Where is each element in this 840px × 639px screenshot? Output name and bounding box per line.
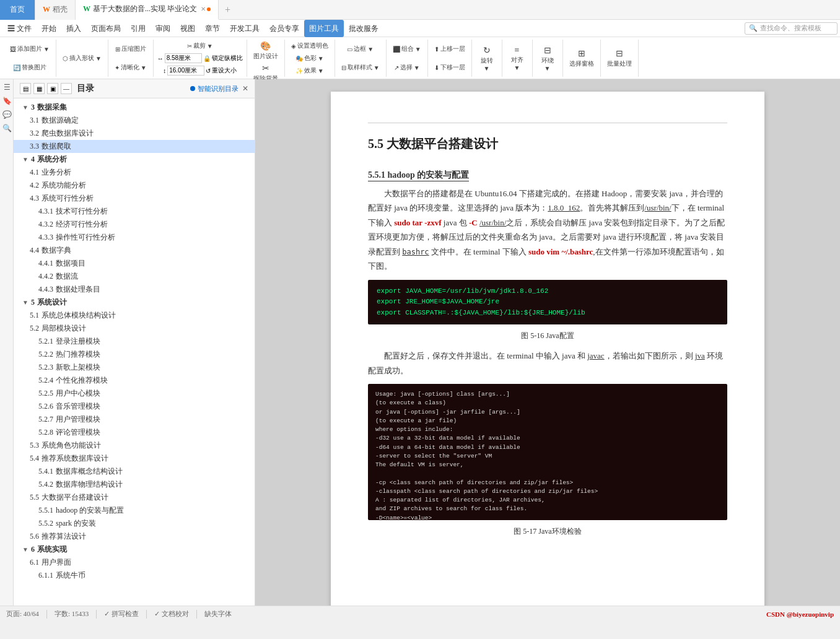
- menu-vip[interactable]: 会员专享: [265, 20, 304, 37]
- menu-home[interactable]: 开始: [37, 20, 61, 37]
- move-up-button[interactable]: ⬆ 上移一层: [432, 44, 468, 54]
- toc-item[interactable]: 5.6 推荐算法设计: [14, 530, 255, 543]
- wrap-button[interactable]: ⊟ 环绕 ▼: [536, 44, 559, 73]
- move-down-button[interactable]: ⬇ 下移一层: [432, 63, 468, 72]
- toc-item[interactable]: 5.5.2 spark 的安装: [14, 517, 255, 530]
- toc-item[interactable]: 4.3.2 经济可行性分析: [14, 218, 255, 231]
- set-transparent-button[interactable]: ◈ 设置透明色: [289, 41, 331, 51]
- image-design-button[interactable]: 🎨 图片设计: [251, 40, 281, 62]
- menu-dev[interactable]: 开发工具: [225, 20, 265, 37]
- replace-image-button[interactable]: 🔄 替换图片: [11, 63, 49, 72]
- tab-doc[interactable]: W 基于大数据的音...实现 毕业论文 ✕: [76, 0, 219, 20]
- toc-item[interactable]: 5.2.5 用户中心模块: [14, 387, 255, 400]
- toc-item[interactable]: ▼4 系统分析: [14, 153, 255, 166]
- toc-item[interactable]: 5.2.7 用户管理模块: [14, 413, 255, 426]
- nav-search-icon[interactable]: 🔍: [1, 123, 12, 134]
- toc-item[interactable]: 5.2 局部模块设计: [14, 322, 255, 335]
- toc-item[interactable]: 5.2.4 个性化推荐模块: [14, 374, 255, 387]
- toc-item[interactable]: 5.4 推荐系统数据库设计: [14, 452, 255, 465]
- toc-item[interactable]: 5.2.6 音乐管理模块: [14, 400, 255, 413]
- toc-item[interactable]: 3.3 数据爬取: [14, 140, 255, 153]
- nav-comment-icon[interactable]: 💬: [1, 109, 12, 120]
- align-button[interactable]: ≡ 对齐 ▼: [506, 44, 528, 72]
- tab-wps[interactable]: W 稻壳: [35, 0, 76, 20]
- menu-img-tool[interactable]: 图片工具: [304, 20, 344, 37]
- select-button[interactable]: ↗ 选择 ▼: [392, 63, 422, 72]
- missing-font[interactable]: 缺失字体: [204, 609, 232, 619]
- menu-correction[interactable]: 批改服务: [344, 20, 383, 37]
- toc-item[interactable]: 4.4.2 数据流: [14, 270, 255, 283]
- toc-label: 数据爬取: [42, 141, 71, 152]
- rotate-button[interactable]: ↻ 旋转 ▼: [476, 44, 498, 73]
- crop-icon: ✂: [187, 43, 192, 50]
- menu-ref[interactable]: 引用: [126, 20, 151, 37]
- sharpen-button[interactable]: ✦ 清晰化 ▼: [112, 63, 149, 72]
- toc-item[interactable]: ▼6 系统实现: [14, 543, 255, 556]
- toc-item[interactable]: 5.2.2 热门推荐模块: [14, 348, 255, 361]
- toc-item[interactable]: 5.2.8 评论管理模块: [14, 426, 255, 439]
- toc-item[interactable]: 4.3.1 技术可行性分析: [14, 205, 255, 218]
- toc-item[interactable]: 5.2.3 新歌上架模块: [14, 361, 255, 374]
- height-input[interactable]: [167, 66, 204, 76]
- toc-item[interactable]: 5.4.1 数据库概念结构设计: [14, 465, 255, 478]
- toc-item[interactable]: 5.4.2 数据库物理结构设计: [14, 478, 255, 491]
- combine-button[interactable]: ⬛ 组合 ▼: [390, 44, 424, 54]
- toc-item[interactable]: ▼5 系统设计: [14, 296, 255, 309]
- toc-num: 4.3.3: [38, 233, 53, 242]
- insert-shape-button[interactable]: ⬡ 插入形状 ▼: [60, 53, 104, 63]
- toc-item[interactable]: 4.2 系统功能分析: [14, 179, 255, 192]
- code-line: export CLASSPATH=.:${JAVA_HOME}/lib:${JR…: [377, 308, 719, 319]
- nav-bookmark-icon[interactable]: 🔖: [1, 95, 12, 106]
- view-btn-3[interactable]: ▣: [47, 83, 58, 94]
- menu-review[interactable]: 审阅: [151, 20, 175, 37]
- toc-item[interactable]: 4.4.1 数据项目: [14, 257, 255, 270]
- para2: 配置好之后，保存文件并退出。在 terminal 中输入 java 和 java…: [368, 349, 727, 378]
- spell-check[interactable]: ✓ 拼写检查: [104, 609, 139, 619]
- compress-button[interactable]: ⊞ 压缩图片: [113, 44, 149, 54]
- menu-chapter[interactable]: 章节: [200, 20, 225, 37]
- smart-toc-button[interactable]: 智能识别目录: [190, 84, 238, 93]
- doc-area[interactable]: 5.5 大数据平台搭建设计 5.5.1 hadoop 的安装与配置 大数据平台的…: [255, 79, 840, 606]
- crop-button[interactable]: ✂ 裁剪 ▼: [185, 41, 216, 51]
- toc-item[interactable]: 6.1.1 系统牛币: [14, 569, 255, 582]
- add-tab-button[interactable]: +: [219, 4, 237, 15]
- border-button[interactable]: ▭ 边框 ▼: [344, 44, 376, 54]
- toc-item[interactable]: 3.1 数据源确定: [14, 114, 255, 127]
- view-btn-2[interactable]: ▦: [33, 83, 45, 94]
- menu-view[interactable]: 视图: [175, 20, 200, 37]
- nav-toc-icon[interactable]: ☰: [1, 82, 12, 93]
- close-sidebar-button[interactable]: ✕: [242, 84, 248, 93]
- toc-item[interactable]: 5.5.1 hadoop 的安装与配置: [14, 504, 255, 517]
- toc-item[interactable]: 4.4.3 数据处理条目: [14, 283, 255, 296]
- menu-file[interactable]: ☰ 文件: [2, 20, 37, 37]
- color-button[interactable]: 🎭 色彩 ▼: [293, 53, 326, 63]
- toc-item[interactable]: 3.2 爬虫数据库设计: [14, 127, 255, 140]
- toc-item[interactable]: 5.3 系统角色功能设计: [14, 439, 255, 452]
- batch-process-button[interactable]: ⊟ 批量处理: [605, 47, 634, 69]
- add-image-button[interactable]: 🖼 添加图片 ▼: [7, 44, 52, 54]
- width-input[interactable]: [165, 53, 202, 63]
- close-icon[interactable]: ✕: [201, 6, 206, 12]
- toc-item[interactable]: 4.3 系统可行性分析: [14, 192, 255, 205]
- toc-item[interactable]: 5.1 系统总体模块结构设计: [14, 309, 255, 322]
- menu-layout[interactable]: 页面布局: [86, 20, 126, 37]
- img-toolbar: 🖼 添加图片 ▼ 🔄 替换图片 ⬡ 插入形状 ▼ ⊞ 压缩图片 ✦ 清晰化 ▼ …: [0, 37, 840, 79]
- toc-item[interactable]: 4.4 数据字典: [14, 244, 255, 257]
- search-box[interactable]: 🔍 查找命令、搜索模板: [745, 22, 838, 35]
- sample-style-button[interactable]: ⊟ 取样样式 ▼: [339, 63, 382, 72]
- select-pane-button[interactable]: ⊞ 选择窗格: [567, 47, 597, 69]
- menu-insert[interactable]: 插入: [61, 20, 86, 37]
- toc-item[interactable]: 4.3.3 操作性可行性分析: [14, 231, 255, 244]
- effects-button[interactable]: ✨ 效果 ▼: [293, 66, 326, 76]
- toc-item[interactable]: ▼3 数据采集: [14, 101, 255, 114]
- toc-item[interactable]: 5.5 大数据平台搭建设计: [14, 491, 255, 504]
- view-btn-1[interactable]: ▤: [20, 83, 31, 94]
- view-btn-4[interactable]: —: [61, 83, 72, 94]
- doc-check[interactable]: ✓ 文档校对: [154, 609, 189, 619]
- toc-item[interactable]: 5.2.1 登录注册模块: [14, 335, 255, 348]
- toc-label: 评论管理模块: [56, 427, 100, 438]
- tab-home[interactable]: 首页: [0, 0, 35, 20]
- toc-num: 4: [31, 155, 35, 164]
- toc-item[interactable]: 6.1 用户界面: [14, 556, 255, 569]
- toc-item[interactable]: 4.1 业务分析: [14, 166, 255, 179]
